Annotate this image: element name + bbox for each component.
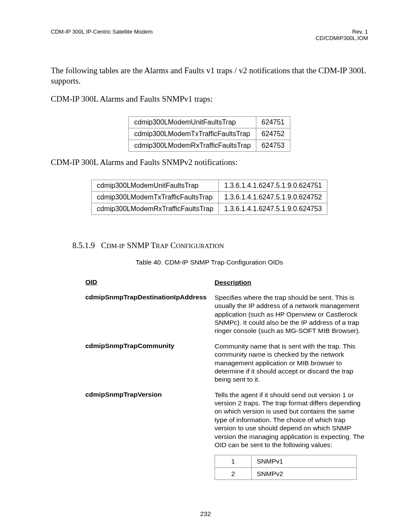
table-row: cdmip300LModemTxTrafficFaultsTrap1.3.6.1… (91, 191, 327, 203)
section-heading: 8.5.1.9 Cdm-ip SNMP Trap Configuration (72, 241, 368, 250)
intro-paragraph: The following tables are the Alarms and … (51, 65, 368, 86)
page-header: CDM-IP 300L IP-Centric Satellite Modem R… (51, 28, 368, 41)
table-row: 2SNMPv2 (215, 467, 357, 479)
oid-row: cdmipSnmpTrapDestinationIpAddress Specif… (85, 293, 368, 335)
oid-values-row: 1SNMPv1 2SNMPv2 (85, 451, 368, 480)
table-row: 1SNMPv1 (215, 455, 357, 467)
desc-col-header: Description (215, 278, 368, 286)
header-right: Rev. 1 CD/CDMIP300L.IOM (316, 28, 368, 41)
table-row: cdmip300LModemRxTrafficFaultsTrap624753 (129, 140, 290, 151)
table-row: cdmip300LModemRxTrafficFaultsTrap1.3.6.1… (91, 203, 327, 215)
oid-row: cdmipSnmpTrapCommunity Community name th… (85, 342, 368, 384)
v1-traps-table: cdmip300LModemUnitFaultsTrap624751 cdmip… (128, 116, 290, 152)
document-page: CDM-IP 300L IP-Centric Satellite Modem R… (0, 0, 411, 532)
oid-row: cdmipSnmpTrapVersion Tells the agent if … (85, 391, 368, 449)
table-row: cdmip300LModemTxTrafficFaultsTrap624752 (129, 128, 290, 140)
oid-configuration-table: OID Description cdmipSnmpTrapDestination… (85, 278, 368, 480)
trap-version-values-table: 1SNMPv1 2SNMPv2 (215, 455, 357, 480)
header-left: CDM-IP 300L IP-Centric Satellite Modem (51, 28, 153, 41)
table-caption: Table 40. CDM-IP SNMP Trap Configuration… (51, 258, 368, 266)
oid-col-header: OID (85, 278, 215, 286)
oid-header-row: OID Description (85, 278, 368, 286)
v1-heading: CDM-IP 300L Alarms and Faults SNMPv1 tra… (51, 94, 368, 104)
page-number: 232 (0, 510, 411, 517)
v2-heading: CDM-IP 300L Alarms and Faults SNMPv2 not… (51, 158, 368, 167)
section-title: Cdm-ip SNMP Trap Configuration (101, 241, 224, 250)
table-row: cdmip300LModemUnitFaultsTrap1.3.6.1.4.1.… (91, 180, 327, 191)
table-row: cdmip300LModemUnitFaultsTrap624751 (129, 116, 290, 128)
v2-notifications-table: cdmip300LModemUnitFaultsTrap1.3.6.1.4.1.… (91, 180, 328, 215)
